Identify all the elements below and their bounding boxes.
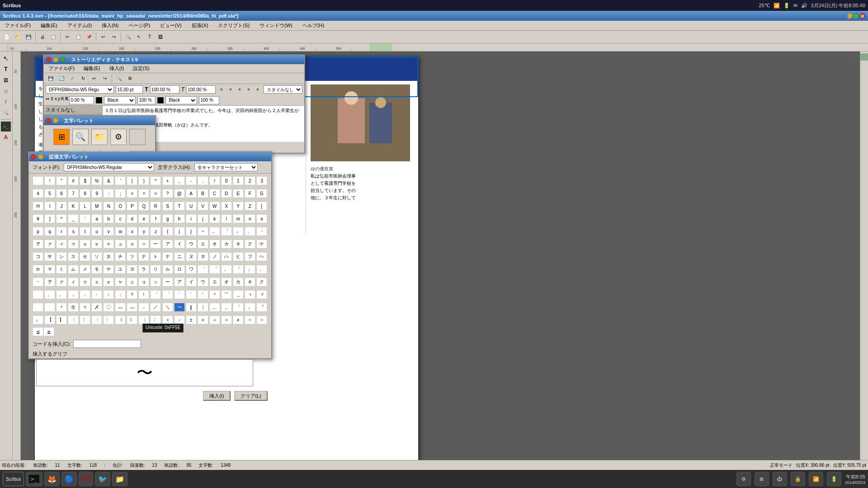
char-plus[interactable]: + bbox=[162, 176, 173, 185]
char-wa[interactable]: ワ bbox=[186, 265, 197, 274]
char-shime[interactable]: 〆 bbox=[91, 303, 102, 312]
char-mo[interactable]: モ bbox=[91, 265, 102, 274]
char-ki[interactable]: キ bbox=[233, 239, 244, 249]
char-palette-min-btn[interactable] bbox=[53, 118, 58, 123]
char-M[interactable]: M bbox=[91, 202, 102, 211]
select-btn[interactable]: ↖ bbox=[134, 32, 144, 42]
char-xyu[interactable]: ュ bbox=[115, 239, 126, 249]
char-prolonged[interactable]: ー bbox=[150, 239, 161, 249]
char-lz[interactable]: z bbox=[150, 227, 161, 236]
char-lw[interactable]: w bbox=[115, 227, 126, 236]
char-dash[interactable]: ― bbox=[127, 303, 137, 312]
char-lh[interactable]: h bbox=[174, 214, 185, 223]
char-fw-gt[interactable]: ＞ bbox=[256, 315, 267, 324]
char-leq[interactable]: ≦ bbox=[33, 327, 43, 336]
menu-help[interactable]: ヘルプ(H) bbox=[300, 21, 327, 30]
char-U[interactable]: U bbox=[186, 202, 197, 211]
char-a-k[interactable]: ア bbox=[162, 239, 173, 249]
char-J[interactable]: J bbox=[56, 202, 67, 211]
char-ne[interactable]: ネ bbox=[198, 252, 208, 261]
char-xyo[interactable]: ョ bbox=[127, 239, 137, 249]
char-xi[interactable]: ィ bbox=[56, 239, 67, 249]
char-lo[interactable]: o bbox=[256, 214, 267, 223]
char-fw-excl[interactable]: ！ bbox=[138, 290, 149, 299]
char-nu[interactable]: ヌ bbox=[186, 252, 197, 261]
char-mu[interactable]: ム bbox=[68, 265, 79, 274]
taskbar-wifi-btn[interactable]: 📶 bbox=[809, 472, 823, 486]
char-lp[interactable]: p bbox=[33, 227, 43, 236]
char-voiced[interactable]: ゛ bbox=[150, 290, 161, 299]
cut-btn[interactable]: ✂ bbox=[62, 32, 72, 42]
story-close-btn[interactable] bbox=[46, 57, 51, 62]
char-fw-comma2[interactable]: ， bbox=[68, 290, 79, 299]
story-reload-btn[interactable]: 🔄 bbox=[57, 74, 66, 84]
taskbar-scribus[interactable]: Scribus bbox=[3, 472, 24, 486]
char-xyo2[interactable]: ョ bbox=[138, 277, 149, 286]
menu-window[interactable]: ウィンドウ(W) bbox=[257, 21, 295, 30]
char-ellipsis2[interactable]: ‥ bbox=[221, 303, 232, 312]
char-5[interactable]: 5 bbox=[44, 189, 55, 198]
char-open-tortoise[interactable]: 〔 bbox=[68, 315, 79, 324]
char-i-k[interactable]: イ bbox=[174, 239, 185, 249]
story-save-btn[interactable]: 💾 bbox=[46, 74, 56, 84]
taskbar-settings-btn[interactable]: ⚙ bbox=[736, 472, 751, 486]
char-emdash[interactable]: — bbox=[115, 303, 126, 312]
char-fw-lt[interactable]: ＜ bbox=[245, 315, 255, 324]
copy-btn[interactable]: 📋 bbox=[73, 32, 83, 42]
char-yu[interactable]: ユ bbox=[115, 265, 126, 274]
char-xi2[interactable]: ィ bbox=[68, 277, 79, 286]
char-I[interactable]: I bbox=[44, 202, 55, 211]
char-B[interactable]: B bbox=[198, 189, 208, 198]
char-tu[interactable]: ツ bbox=[127, 252, 137, 261]
story-search-btn[interactable]: 🔍 bbox=[114, 74, 124, 84]
char-P[interactable]: P bbox=[127, 202, 137, 211]
char-overline[interactable]: ￣ bbox=[221, 290, 232, 299]
terminal-icon[interactable]: >_ bbox=[1, 122, 11, 131]
taskbar-apps-btn[interactable]: ⊞ bbox=[755, 472, 769, 486]
char-hash[interactable]: # bbox=[68, 176, 79, 185]
char-4[interactable]: 4 bbox=[33, 189, 43, 198]
char-lx[interactable]: x bbox=[127, 227, 137, 236]
char-R[interactable]: R bbox=[150, 202, 161, 211]
char-le[interactable]: e bbox=[138, 214, 149, 223]
shape-tool[interactable]: □ bbox=[1, 86, 11, 96]
close-button[interactable]: ✕ bbox=[860, 13, 865, 19]
menu-edit[interactable]: 編集(E) bbox=[38, 21, 60, 30]
menu-item[interactable]: アイテム(I) bbox=[65, 21, 94, 30]
char-fw-plus[interactable]: ＋ bbox=[162, 315, 173, 324]
char-u-k[interactable]: ウ bbox=[186, 239, 197, 249]
char-lbrace[interactable]: { bbox=[162, 227, 173, 236]
char-open-bracket3[interactable]: 【 bbox=[44, 315, 55, 324]
char-xa[interactable]: ァ bbox=[44, 239, 55, 249]
char-hi[interactable]: ヒ bbox=[233, 252, 244, 261]
char-ka[interactable]: カ bbox=[221, 239, 232, 249]
story-refresh-btn[interactable]: ↻ bbox=[78, 74, 88, 84]
char-kagibra-open[interactable]: 「 bbox=[221, 227, 232, 236]
char-tilde[interactable]: ~ bbox=[198, 227, 208, 236]
zoom-btn[interactable]: 🔍 bbox=[123, 32, 133, 42]
char-kagibra-close[interactable]: 」 bbox=[233, 227, 244, 236]
char-palette-grid-btn[interactable]: ⊞ bbox=[53, 129, 70, 145]
char-open-dangle[interactable]: 《 bbox=[115, 315, 126, 324]
char-i2[interactable]: イ bbox=[186, 277, 197, 286]
char-underline[interactable]: ＿ bbox=[233, 290, 244, 299]
char-nakaten[interactable]: ・ bbox=[256, 227, 267, 236]
char-kuten[interactable]: 。 bbox=[209, 227, 220, 236]
char-ho[interactable]: ホ bbox=[33, 265, 43, 274]
clear-button[interactable]: クリア(L) bbox=[234, 391, 268, 401]
char-ast[interactable]: * bbox=[150, 176, 161, 185]
char-yo[interactable]: ヨ bbox=[127, 265, 137, 274]
pdf-btn[interactable]: 📋 bbox=[48, 32, 58, 42]
char-fw-comma[interactable]: 、 bbox=[44, 290, 55, 299]
char-ti[interactable]: チ bbox=[115, 252, 126, 261]
char-fw-minus[interactable]: － bbox=[174, 315, 185, 324]
char-fw-dot[interactable]: ． bbox=[80, 290, 90, 299]
char-grave[interactable]: ` bbox=[186, 290, 197, 299]
char-1[interactable]: 1 bbox=[233, 176, 244, 185]
scale-v-input[interactable] bbox=[186, 85, 216, 94]
char-se[interactable]: セ bbox=[80, 252, 90, 261]
char-lj[interactable]: j bbox=[198, 214, 208, 223]
char-H[interactable]: H bbox=[33, 202, 43, 211]
char-backtick[interactable]: ` bbox=[80, 214, 90, 223]
char-T[interactable]: T bbox=[174, 202, 185, 211]
